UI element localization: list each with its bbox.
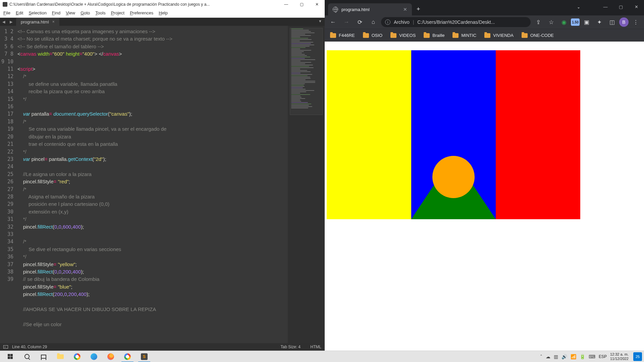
tray-battery-icon[interactable]: 🔋 [580,354,585,359]
edge-taskbar-button[interactable] [86,351,102,362]
bookmark-osio[interactable]: OSIO [360,32,385,39]
chrome-minimize-button[interactable]: — [598,0,613,13]
sublime-titlebar: C:\Users\Brian Cardenas\Desktop\Oracle +… [0,0,325,8]
bookmark-mintic[interactable]: MINTIC [450,32,479,39]
tray-clock[interactable]: 12:32 a. m.11/12/2022 [610,352,630,361]
line-gutter: 1 2 3 4 5 6 7 8 9 10 11 12 13 14 15 16 1… [0,26,17,343]
tray-wifi-icon[interactable]: 📶 [571,354,576,359]
bookmark-f446re[interactable]: F446RE [327,32,358,39]
bookmark-vivienda[interactable]: VIVIENDA [482,32,516,39]
tray-meet-icon[interactable]: ▥ [554,354,558,359]
reader-icon[interactable]: ▣ [581,17,592,27]
sublime-taskbar-button[interactable] [136,351,152,362]
menu-view[interactable]: View [63,9,78,16]
svg-point-4 [432,156,475,198]
share-icon[interactable]: ⇪ [533,17,544,27]
tab-bar: ◀ ▶ programa.html × ▼ [0,18,325,26]
url-scheme: Archivo [394,19,410,25]
extensions-puzzle-icon[interactable]: ✦ [594,17,605,27]
menu-file[interactable]: File [1,9,13,16]
file-explorer-button[interactable] [52,351,68,362]
extension-grammarly-icon[interactable]: ◉ [558,17,570,27]
cursor-position: Line 40, Column 29 [12,345,47,349]
menu-find[interactable]: Find [49,9,63,16]
tab-nav-left[interactable]: ◀ [0,18,7,26]
tab-search-icon[interactable]: ⌄ [577,5,580,9]
forward-button[interactable]: → [341,17,352,27]
sublime-logo-icon [3,2,7,7]
back-button[interactable]: ← [327,17,339,27]
kebab-menu-icon[interactable]: ⋮ [630,17,641,27]
rendered-canvas [327,50,580,219]
task-view-button[interactable] [36,351,52,362]
folder-icon [522,33,528,38]
code-editor[interactable]: <!-- Canvas es una etiqueta para imagene… [17,26,288,343]
reload-button[interactable]: ⟳ [354,17,366,27]
file-tab[interactable]: programa.html × [16,18,59,26]
chrome-close-button[interactable]: ✕ [629,0,644,13]
site-info-icon[interactable]: i [385,19,390,25]
chrome2-taskbar-button[interactable] [119,351,136,362]
start-button[interactable] [2,351,18,362]
globe-icon [333,7,338,12]
menu-preferences[interactable]: Preferences [127,9,156,16]
tray-notifications[interactable]: 25 [633,352,642,361]
minimap[interactable] [288,26,325,343]
url-path: C:/Users/Brian%20Cardenas/Deskt... [417,19,495,25]
menu-selection[interactable]: Selection [26,9,49,16]
chrome-taskbar-button[interactable] [69,351,85,362]
tray-keyboard-icon[interactable]: ⌨ [589,354,595,359]
bookmark-braille[interactable]: Braille [421,32,447,39]
bookmarks-bar: F446REOSIOVIDEOSBrailleMINTICVIVIENDAONE… [325,29,644,42]
minimize-button[interactable]: — [278,0,294,8]
tab-title: programa.html [341,7,370,12]
folder-icon [424,33,430,38]
extension-badge[interactable]: 1.50 [571,18,580,26]
maximize-button[interactable]: ▢ [294,0,309,8]
tab-label: programa.html [21,19,49,24]
bookmark-videos[interactable]: VIDEOS [388,32,418,39]
menu-project[interactable]: Project [108,9,127,16]
folder-icon [330,33,336,38]
menu-goto[interactable]: Goto [78,9,93,16]
close-button[interactable]: ✕ [309,0,325,8]
syntax-mode[interactable]: HTML [310,345,321,349]
folder-icon [390,33,396,38]
menu-bar[interactable]: FileEditSelectionFindViewGotoToolsProjec… [0,8,325,18]
folder-icon [484,33,490,38]
sidepanel-icon[interactable]: ◫ [606,17,618,27]
tab-close-icon[interactable]: ✕ [403,7,407,12]
search-button[interactable] [19,351,35,362]
folder-icon [363,33,369,38]
profile-avatar[interactable]: B [619,17,629,27]
browser-tab[interactable]: programa.html ✕ [328,3,412,15]
menu-edit[interactable]: Edit [13,9,26,16]
menu-tools[interactable]: Tools [93,9,108,16]
tab-nav-right[interactable]: ▶ [7,18,15,26]
page-viewport [325,42,644,351]
home-button[interactable]: ⌂ [368,17,379,27]
sublime-window: C:\Users\Brian Cardenas\Desktop\Oracle +… [0,0,325,351]
tab-dropdown-icon[interactable]: ▼ [318,19,322,23]
tab-size[interactable]: Tab Size: 4 [281,345,301,349]
windows-taskbar: ˄ ☁ ▥ 🔊 📶 🔋 ⌨ ESP 12:32 a. m.11/12/2022 … [0,351,644,362]
address-bar[interactable]: i Archivo | C:/Users/Brian%20Cardenas/De… [381,17,531,27]
console-icon[interactable] [3,345,8,349]
new-tab-button[interactable]: + [412,6,424,15]
folder-icon [452,33,459,38]
tray-volume-icon[interactable]: 🔊 [561,354,567,359]
status-bar: Line 40, Column 29 Tab Size: 4 HTML [0,343,325,351]
svg-rect-1 [327,50,411,219]
menu-help[interactable]: Help [156,9,170,16]
window-title: C:\Users\Brian Cardenas\Desktop\Oracle +… [9,2,210,7]
tab-close-icon[interactable]: × [52,19,55,24]
bookmark-one-code[interactable]: ONE-CODE [519,32,556,39]
firefox-taskbar-button[interactable] [103,351,119,362]
bookmark-star-icon[interactable]: ☆ [545,17,557,27]
tray-language[interactable]: ESP [599,354,607,359]
chrome-window: programa.html ✕ + ⌄ — ▢ ✕ ← → ⟳ ⌂ i Arch… [325,0,644,351]
tray-chevron-icon[interactable]: ˄ [540,354,542,359]
chrome-maximize-button[interactable]: ▢ [613,0,629,13]
chrome-tabstrip: programa.html ✕ + ⌄ — ▢ ✕ [325,0,644,15]
tray-onedrive-icon[interactable]: ☁ [546,354,550,359]
